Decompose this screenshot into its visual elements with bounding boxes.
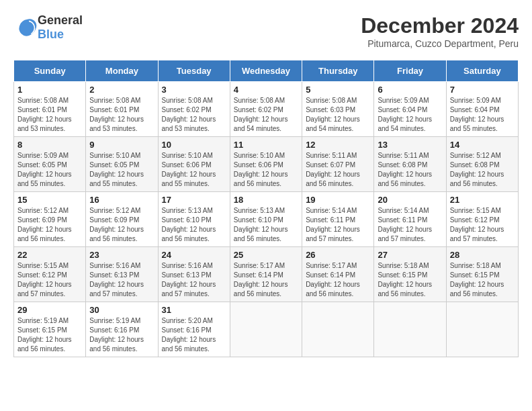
day-number: 30 bbox=[89, 305, 154, 315]
day-info: Sunrise: 5:12 AM Sunset: 6:08 PM Dayligh… bbox=[450, 151, 515, 189]
logo-general: General bbox=[38, 13, 83, 27]
table-row: 19Sunrise: 5:14 AM Sunset: 6:11 PM Dayli… bbox=[302, 192, 374, 247]
table-row: 6Sunrise: 5:09 AM Sunset: 6:04 PM Daylig… bbox=[374, 82, 446, 137]
title-area: December 2024 Pitumarca, Cuzco Departmen… bbox=[361, 13, 519, 49]
day-info: Sunrise: 5:13 AM Sunset: 6:10 PM Dayligh… bbox=[162, 206, 226, 244]
table-row bbox=[374, 302, 446, 357]
table-row: 11Sunrise: 5:10 AM Sunset: 6:06 PM Dayli… bbox=[230, 137, 302, 192]
calendar-week-row: 15Sunrise: 5:12 AM Sunset: 6:09 PM Dayli… bbox=[14, 192, 519, 247]
day-number: 26 bbox=[306, 250, 370, 260]
table-row: 22Sunrise: 5:15 AM Sunset: 6:12 PM Dayli… bbox=[14, 247, 86, 302]
calendar-week-row: 1Sunrise: 5:08 AM Sunset: 6:01 PM Daylig… bbox=[14, 82, 519, 137]
day-number: 27 bbox=[378, 250, 442, 260]
logo-blue: Blue bbox=[38, 28, 64, 41]
calendar-week-row: 29Sunrise: 5:19 AM Sunset: 6:15 PM Dayli… bbox=[14, 302, 519, 357]
day-number: 11 bbox=[234, 140, 298, 150]
logo: General Blue bbox=[13, 13, 83, 42]
day-info: Sunrise: 5:11 AM Sunset: 6:07 PM Dayligh… bbox=[306, 151, 370, 189]
day-number: 3 bbox=[162, 85, 226, 95]
day-number: 14 bbox=[450, 140, 515, 150]
day-info: Sunrise: 5:16 AM Sunset: 6:13 PM Dayligh… bbox=[162, 261, 226, 299]
table-row: 21Sunrise: 5:15 AM Sunset: 6:12 PM Dayli… bbox=[446, 192, 518, 247]
table-row: 27Sunrise: 5:18 AM Sunset: 6:15 PM Dayli… bbox=[374, 247, 446, 302]
table-row: 30Sunrise: 5:19 AM Sunset: 6:16 PM Dayli… bbox=[86, 302, 158, 357]
day-info: Sunrise: 5:08 AM Sunset: 6:02 PM Dayligh… bbox=[234, 96, 298, 134]
day-number: 24 bbox=[162, 250, 226, 260]
day-info: Sunrise: 5:09 AM Sunset: 6:05 PM Dayligh… bbox=[17, 151, 82, 189]
table-row: 1Sunrise: 5:08 AM Sunset: 6:01 PM Daylig… bbox=[14, 82, 86, 137]
day-number: 10 bbox=[162, 140, 226, 150]
day-number: 15 bbox=[17, 195, 82, 205]
table-row: 25Sunrise: 5:17 AM Sunset: 6:14 PM Dayli… bbox=[230, 247, 302, 302]
table-row: 12Sunrise: 5:11 AM Sunset: 6:07 PM Dayli… bbox=[302, 137, 374, 192]
day-number: 23 bbox=[89, 250, 154, 260]
day-info: Sunrise: 5:18 AM Sunset: 6:15 PM Dayligh… bbox=[450, 261, 515, 299]
table-row: 5Sunrise: 5:08 AM Sunset: 6:03 PM Daylig… bbox=[302, 82, 374, 137]
day-info: Sunrise: 5:08 AM Sunset: 6:02 PM Dayligh… bbox=[162, 96, 226, 134]
day-info: Sunrise: 5:09 AM Sunset: 6:04 PM Dayligh… bbox=[450, 96, 515, 134]
table-row: 4Sunrise: 5:08 AM Sunset: 6:02 PM Daylig… bbox=[230, 82, 302, 137]
day-number: 25 bbox=[234, 250, 298, 260]
day-number: 1 bbox=[17, 85, 82, 95]
table-row: 2Sunrise: 5:08 AM Sunset: 6:01 PM Daylig… bbox=[86, 82, 158, 137]
day-number: 22 bbox=[17, 250, 82, 260]
day-info: Sunrise: 5:11 AM Sunset: 6:08 PM Dayligh… bbox=[378, 151, 442, 189]
table-row: 18Sunrise: 5:13 AM Sunset: 6:10 PM Dayli… bbox=[230, 192, 302, 247]
table-row: 15Sunrise: 5:12 AM Sunset: 6:09 PM Dayli… bbox=[14, 192, 86, 247]
col-friday: Friday bbox=[374, 60, 446, 82]
col-monday: Monday bbox=[86, 60, 158, 82]
table-row bbox=[230, 302, 302, 357]
calendar-header-row: Sunday Monday Tuesday Wednesday Thursday… bbox=[14, 60, 519, 82]
day-number: 6 bbox=[378, 85, 442, 95]
day-number: 4 bbox=[234, 85, 298, 95]
day-info: Sunrise: 5:15 AM Sunset: 6:12 PM Dayligh… bbox=[450, 206, 515, 244]
day-info: Sunrise: 5:09 AM Sunset: 6:04 PM Dayligh… bbox=[378, 96, 442, 134]
col-tuesday: Tuesday bbox=[158, 60, 230, 82]
day-info: Sunrise: 5:10 AM Sunset: 6:06 PM Dayligh… bbox=[234, 151, 298, 189]
day-info: Sunrise: 5:13 AM Sunset: 6:10 PM Dayligh… bbox=[234, 206, 298, 244]
table-row: 31Sunrise: 5:20 AM Sunset: 6:16 PM Dayli… bbox=[158, 302, 230, 357]
calendar-week-row: 22Sunrise: 5:15 AM Sunset: 6:12 PM Dayli… bbox=[14, 247, 519, 302]
table-row: 14Sunrise: 5:12 AM Sunset: 6:08 PM Dayli… bbox=[446, 137, 518, 192]
day-info: Sunrise: 5:10 AM Sunset: 6:06 PM Dayligh… bbox=[162, 151, 226, 189]
calendar: Sunday Monday Tuesday Wednesday Thursday… bbox=[13, 60, 519, 357]
day-info: Sunrise: 5:17 AM Sunset: 6:14 PM Dayligh… bbox=[306, 261, 370, 299]
table-row: 10Sunrise: 5:10 AM Sunset: 6:06 PM Dayli… bbox=[158, 137, 230, 192]
main-title: December 2024 bbox=[361, 13, 519, 38]
day-info: Sunrise: 5:12 AM Sunset: 6:09 PM Dayligh… bbox=[17, 206, 82, 244]
day-number: 19 bbox=[306, 195, 370, 205]
col-saturday: Saturday bbox=[446, 60, 518, 82]
day-info: Sunrise: 5:16 AM Sunset: 6:13 PM Dayligh… bbox=[89, 261, 154, 299]
table-row: 3Sunrise: 5:08 AM Sunset: 6:02 PM Daylig… bbox=[158, 82, 230, 137]
table-row: 20Sunrise: 5:14 AM Sunset: 6:11 PM Dayli… bbox=[374, 192, 446, 247]
day-number: 20 bbox=[378, 195, 442, 205]
table-row: 28Sunrise: 5:18 AM Sunset: 6:15 PM Dayli… bbox=[446, 247, 518, 302]
day-info: Sunrise: 5:08 AM Sunset: 6:01 PM Dayligh… bbox=[89, 96, 154, 134]
logo-text: General Blue bbox=[38, 13, 83, 42]
day-info: Sunrise: 5:14 AM Sunset: 6:11 PM Dayligh… bbox=[378, 206, 442, 244]
subtitle: Pitumarca, Cuzco Department, Peru bbox=[361, 38, 519, 49]
col-thursday: Thursday bbox=[302, 60, 374, 82]
day-info: Sunrise: 5:15 AM Sunset: 6:12 PM Dayligh… bbox=[17, 261, 82, 299]
day-number: 9 bbox=[89, 140, 154, 150]
day-info: Sunrise: 5:10 AM Sunset: 6:05 PM Dayligh… bbox=[89, 151, 154, 189]
day-info: Sunrise: 5:08 AM Sunset: 6:03 PM Dayligh… bbox=[306, 96, 370, 134]
day-info: Sunrise: 5:12 AM Sunset: 6:09 PM Dayligh… bbox=[89, 206, 154, 244]
day-number: 17 bbox=[162, 195, 226, 205]
table-row: 17Sunrise: 5:13 AM Sunset: 6:10 PM Dayli… bbox=[158, 192, 230, 247]
day-info: Sunrise: 5:19 AM Sunset: 6:15 PM Dayligh… bbox=[17, 316, 82, 354]
table-row: 23Sunrise: 5:16 AM Sunset: 6:13 PM Dayli… bbox=[86, 247, 158, 302]
header: General Blue December 2024 Pitumarca, Cu… bbox=[13, 13, 519, 49]
day-number: 16 bbox=[89, 195, 154, 205]
day-number: 8 bbox=[17, 140, 82, 150]
day-info: Sunrise: 5:18 AM Sunset: 6:15 PM Dayligh… bbox=[378, 261, 442, 299]
day-number: 12 bbox=[306, 140, 370, 150]
day-number: 29 bbox=[17, 305, 82, 315]
day-number: 13 bbox=[378, 140, 442, 150]
day-info: Sunrise: 5:17 AM Sunset: 6:14 PM Dayligh… bbox=[234, 261, 298, 299]
table-row: 13Sunrise: 5:11 AM Sunset: 6:08 PM Dayli… bbox=[374, 137, 446, 192]
col-sunday: Sunday bbox=[14, 60, 86, 82]
day-number: 2 bbox=[89, 85, 154, 95]
day-number: 31 bbox=[162, 305, 226, 315]
table-row: 8Sunrise: 5:09 AM Sunset: 6:05 PM Daylig… bbox=[14, 137, 86, 192]
